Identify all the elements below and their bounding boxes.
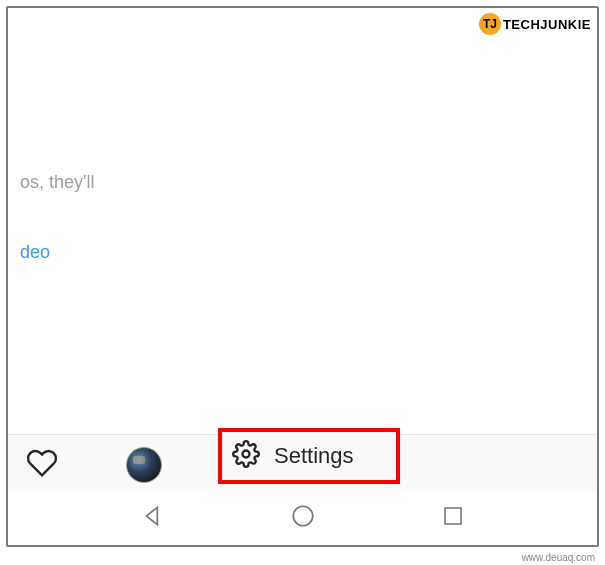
home-icon[interactable]: [290, 503, 316, 533]
android-nav-bar: [8, 491, 597, 545]
source-url-watermark: www.deuaq.com: [522, 552, 595, 563]
svg-rect-2: [445, 508, 461, 524]
gear-icon: [222, 440, 260, 472]
watermark-logo-circle: TJ: [479, 13, 501, 35]
recent-apps-icon[interactable]: [441, 504, 465, 532]
svg-point-0: [243, 451, 250, 458]
settings-label: Settings: [274, 443, 354, 469]
watermark-logo: TJ TECHJUNKIE: [479, 13, 591, 35]
cropped-description-text: os, they'll: [20, 172, 94, 193]
svg-point-1: [294, 506, 314, 526]
settings-button[interactable]: Settings: [218, 428, 400, 484]
screenshot-frame: TJ TECHJUNKIE os, they'll deo Settings: [6, 6, 599, 547]
cropped-link-text[interactable]: deo: [20, 242, 50, 263]
heart-icon[interactable]: [26, 447, 58, 483]
profile-avatar[interactable]: [126, 447, 162, 483]
watermark-logo-text: TECHJUNKIE: [503, 17, 591, 32]
back-icon[interactable]: [140, 503, 166, 533]
